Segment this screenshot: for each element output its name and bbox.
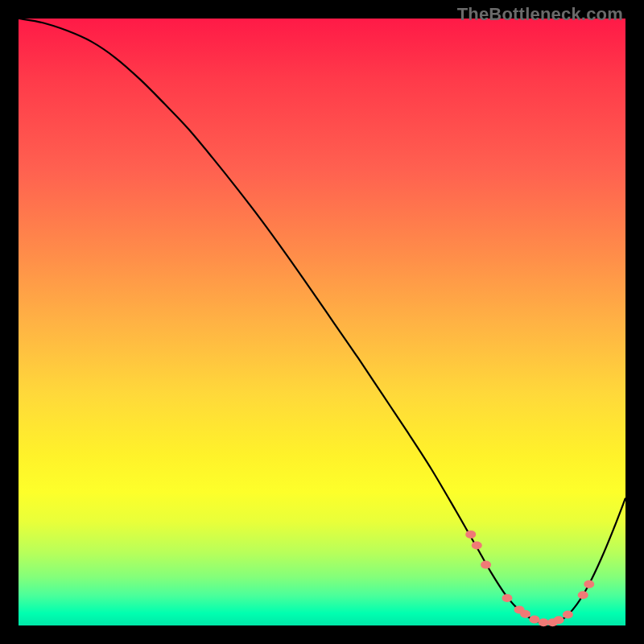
marker-point (472, 541, 482, 549)
data-markers (465, 530, 594, 626)
marker-point (584, 580, 594, 588)
watermark: TheBottleneck.com (457, 4, 623, 25)
marker-point (481, 561, 491, 569)
marker-point (578, 591, 588, 599)
marker-point (465, 530, 476, 539)
marker-point (502, 594, 512, 602)
marker-point (554, 616, 564, 624)
chart-svg (19, 19, 625, 625)
marker-point (539, 618, 549, 626)
bottleneck-curve (19, 19, 625, 624)
marker-point (529, 615, 539, 623)
marker-point (520, 610, 530, 618)
marker-point (563, 610, 573, 618)
